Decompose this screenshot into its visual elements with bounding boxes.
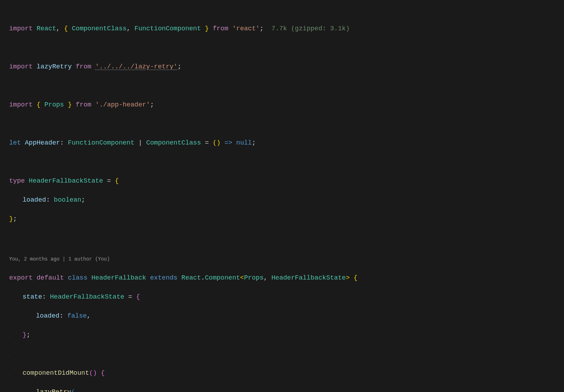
keyword-from: from <box>213 25 228 32</box>
function-call: lazyRetry <box>36 388 71 392</box>
punct: ; <box>26 331 30 339</box>
identifier: lazyRetry <box>37 63 72 71</box>
punct: ; <box>252 139 256 147</box>
brace: } <box>9 215 13 223</box>
type: Props <box>244 274 264 282</box>
type: FunctionComponent <box>68 139 135 147</box>
keyword-false: false <box>67 312 87 320</box>
paren: ( <box>89 369 93 377</box>
brace: { <box>101 369 105 377</box>
identifier: Props <box>44 101 64 109</box>
keyword-null: null <box>236 139 252 147</box>
code-line: }; <box>9 214 564 224</box>
code-line: state: HeaderFallbackState = { <box>9 292 564 302</box>
punct: ; <box>13 215 17 223</box>
property: loaded <box>23 196 46 204</box>
brace: { <box>354 274 357 282</box>
punct: ; <box>260 25 264 32</box>
code-line: type HeaderFallbackState = { <box>9 176 564 186</box>
code-line: export default class HeaderFallback exte… <box>9 273 564 283</box>
keyword-export: export <box>9 274 33 282</box>
keyword-import: import <box>9 101 33 109</box>
type: Component <box>205 274 240 282</box>
paren: ) <box>93 369 97 377</box>
keyword-import: import <box>9 63 33 71</box>
keyword-let: let <box>9 139 21 147</box>
keyword-extends: extends <box>150 274 178 282</box>
punct: : <box>60 139 64 147</box>
identifier: FunctionComponent <box>134 25 201 32</box>
code-line: componentDidMount() { <box>9 368 564 378</box>
paren: ( <box>71 388 75 392</box>
code-line: loaded: boolean; <box>9 195 564 205</box>
type: boolean <box>54 196 81 204</box>
punct: . <box>201 274 205 282</box>
punct: , <box>56 25 60 32</box>
code-line <box>9 119 564 129</box>
paren: ) <box>217 139 221 147</box>
brace: { <box>136 293 140 301</box>
angle: > <box>346 274 350 282</box>
brace: { <box>37 101 41 109</box>
string-literal: '../../../lazy-retry' <box>95 63 177 71</box>
brace: } <box>68 101 72 109</box>
keyword-import: import <box>9 25 33 32</box>
punct: ; <box>150 101 154 109</box>
code-line <box>9 233 564 243</box>
punct: : <box>42 293 46 301</box>
keyword-from: from <box>76 63 91 71</box>
keyword-class: class <box>68 274 88 282</box>
punct: = <box>128 293 132 301</box>
punct: , <box>127 25 130 32</box>
keyword-from: from <box>76 101 91 109</box>
punct: ; <box>81 196 85 204</box>
punct: , <box>87 312 91 320</box>
code-line <box>9 157 564 167</box>
identifier: ComponentClass <box>72 25 127 32</box>
class-name: HeaderFallback <box>91 274 146 282</box>
type: HeaderFallbackState <box>50 293 124 301</box>
code-line: let AppHeader: FunctionComponent | Compo… <box>9 138 564 148</box>
identifier: React <box>37 25 56 32</box>
method: componentDidMount <box>23 369 89 377</box>
identifier: AppHeader <box>25 139 60 147</box>
code-line: import lazyRetry from '../../../lazy-ret… <box>9 62 564 72</box>
code-line: }; <box>9 330 564 340</box>
punct: , <box>264 274 268 282</box>
code-editor[interactable]: import React, { ComponentClass, Function… <box>0 0 564 392</box>
brace: { <box>115 177 119 185</box>
brace: } <box>205 25 209 32</box>
property: loaded <box>36 312 60 320</box>
punct: = <box>107 177 111 185</box>
brace: { <box>64 25 68 32</box>
paren: ( <box>213 139 216 147</box>
code-line: lazyRetry( <box>9 387 564 392</box>
identifier: React <box>182 274 201 282</box>
code-line: import { Props } from './app-header'; <box>9 100 564 110</box>
brace: } <box>23 331 26 339</box>
keyword-default: default <box>37 274 64 282</box>
punct: | <box>138 139 142 147</box>
code-line <box>9 43 564 53</box>
type: HeaderFallbackState <box>29 177 103 185</box>
string-literal: './app-header' <box>95 101 150 109</box>
punct: : <box>60 312 63 320</box>
string-literal: 'react' <box>232 25 260 32</box>
code-line <box>9 349 564 359</box>
type: ComponentClass <box>146 139 201 147</box>
property: state <box>23 293 42 301</box>
code-line: import React, { ComponentClass, Function… <box>9 24 564 33</box>
code-line: loaded: false, <box>9 311 564 321</box>
code-line <box>9 81 564 91</box>
punct: ; <box>177 63 181 71</box>
punct: : <box>46 196 50 204</box>
arrow: => <box>225 139 232 147</box>
keyword-type: type <box>9 177 25 185</box>
git-blame-codelens[interactable]: You, 2 months ago | 1 author (You) <box>9 255 564 263</box>
import-cost-hint: 7.7k (gzipped: 3.1k) <box>271 25 350 32</box>
punct: = <box>205 139 209 147</box>
angle: < <box>240 274 244 282</box>
type: HeaderFallbackState <box>271 274 346 282</box>
